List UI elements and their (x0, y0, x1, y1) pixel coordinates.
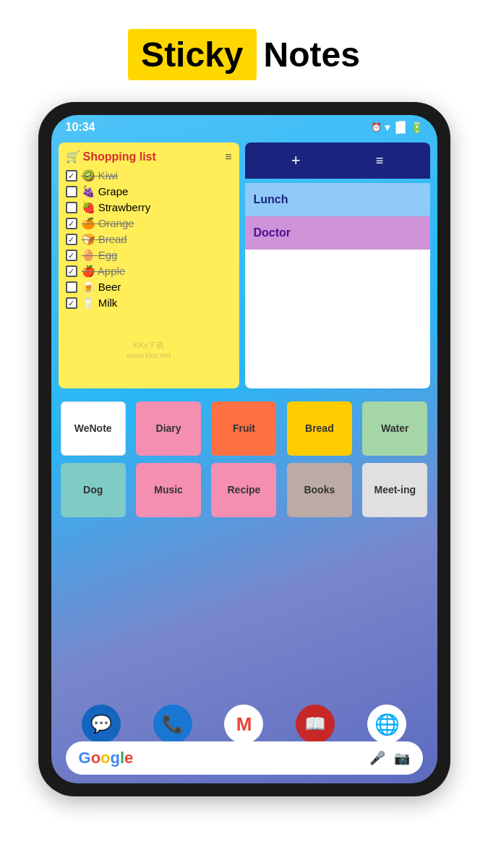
phone-screen: 10:34 ⏰ ▾ ▐▊ 🔋 🛒 Shopping list ≡ (51, 115, 437, 783)
bottom-dock: 💬 📞 M 📖 🌐 (51, 705, 437, 744)
watermark: KKx下载 www.kkx.net (127, 340, 171, 359)
dock-chrome-icon[interactable]: 🌐 (367, 705, 406, 744)
panel-notes: Lunch Doctor (245, 183, 430, 388)
battery-icon: 🔋 (411, 122, 423, 133)
dock-books-icon[interactable]: 📖 (296, 705, 335, 744)
sticky-fruit[interactable]: Fruit (211, 401, 276, 456)
notes-label: Notes (264, 35, 360, 74)
phone-frame: 10:34 ⏰ ▾ ▐▊ 🔋 🛒 Shopping list ≡ (38, 102, 450, 796)
sticky-wenote[interactable]: WeNote (61, 401, 126, 456)
list-item[interactable]: 🍊 Orange (66, 217, 232, 230)
list-item[interactable]: 🍺 Beer (66, 281, 232, 294)
checkbox-beer[interactable] (66, 281, 77, 293)
note-header: 🛒 Shopping list ≡ (66, 150, 232, 163)
checkbox-grape[interactable] (66, 186, 77, 197)
note-doctor-label: Doctor (254, 226, 291, 239)
right-panel: + ≡ Lunch Doctor (245, 142, 430, 388)
dock-phone-icon[interactable]: 📞 (153, 705, 192, 744)
sticky-recipe[interactable]: Recipe (211, 463, 276, 517)
dock-messages-icon[interactable]: 💬 (82, 705, 121, 744)
notes-label-container: Notes (264, 35, 360, 75)
list-item[interactable]: 🍇 Grape (66, 185, 232, 198)
panel-toolbar: + ≡ (245, 142, 430, 179)
note-lunch-label: Lunch (254, 193, 288, 205)
sticky-dog[interactable]: Dog (61, 463, 126, 517)
wifi-icon: ▾ (385, 122, 390, 133)
checkbox-milk[interactable] (66, 297, 77, 309)
sticky-music[interactable]: Music (136, 463, 201, 517)
dock-gmail-icon[interactable]: M (224, 705, 263, 744)
checkbox-strawberry[interactable] (66, 202, 77, 213)
sticky-meeting[interactable]: Meet-ing (362, 463, 427, 517)
lens-icon[interactable]: 📷 (394, 750, 410, 766)
phone-icon: 📞 (162, 714, 184, 734)
books-app-icon: 📖 (304, 714, 326, 734)
item-bread: 🍞 Bread (82, 233, 127, 246)
checkbox-orange[interactable] (66, 218, 77, 229)
note-lunch[interactable]: Lunch (245, 183, 430, 216)
chrome-icon: 🌐 (374, 712, 400, 736)
messages-icon: 💬 (90, 714, 112, 734)
item-strawberry: 🍓 Strawberry (82, 201, 151, 214)
clock: 10:34 (66, 121, 95, 134)
note-menu-icon[interactable]: ≡ (225, 150, 231, 163)
alarm-icon: ⏰ (371, 122, 382, 132)
status-bar: 10:34 ⏰ ▾ ▐▊ 🔋 (51, 115, 437, 137)
search-bar[interactable]: Google 🎤 📷 (66, 741, 423, 775)
item-grape: 🍇 Grape (82, 185, 129, 198)
sort-button[interactable]: ≡ (376, 153, 384, 169)
cart-icon: 🛒 (66, 150, 80, 163)
item-milk: 🥛 Milk (82, 297, 118, 310)
list-item[interactable]: 🥛 Milk (66, 297, 232, 310)
list-item[interactable]: 🥝 Kiwi (66, 169, 232, 182)
item-kiwi: 🥝 Kiwi (82, 169, 119, 182)
sticky-diary[interactable]: Diary (136, 401, 201, 456)
note-title-text: Shopping list (83, 150, 156, 163)
watermark-line2: www.kkx.net (127, 351, 171, 359)
sticky-water[interactable]: Water (362, 401, 427, 456)
notes-grid-top: WeNote Diary Fruit Bread Water (51, 394, 437, 459)
item-beer: 🍺 Beer (82, 281, 121, 294)
list-item[interactable]: 🍓 Strawberry (66, 201, 232, 214)
sticky-label: Sticky (141, 35, 243, 74)
gmail-icon: M (236, 713, 252, 736)
sticky-books[interactable]: Books (287, 463, 352, 517)
note-doctor[interactable]: Doctor (245, 216, 430, 250)
signal-icon: ▐▊ (393, 122, 408, 133)
list-item[interactable]: 🥚 Egg (66, 249, 232, 262)
main-content: 🛒 Shopping list ≡ 🥝 Kiwi 🍇 Grape (51, 137, 437, 394)
watermark-line1: KKx下载 (127, 340, 171, 351)
list-item[interactable]: 🍎 Apple (66, 265, 232, 278)
status-icons: ⏰ ▾ ▐▊ 🔋 (371, 122, 423, 133)
search-actions: 🎤 📷 (369, 750, 410, 766)
sticky-badge: Sticky (128, 29, 256, 80)
panel-empty-space (245, 250, 430, 351)
note-title: 🛒 Shopping list (66, 150, 156, 163)
checkbox-egg[interactable] (66, 250, 77, 261)
app-header: Sticky Notes (0, 0, 488, 102)
sticky-bread[interactable]: Bread (287, 401, 352, 456)
checkbox-apple[interactable] (66, 265, 77, 277)
item-egg: 🥚 Egg (82, 249, 118, 262)
checkbox-kiwi[interactable] (66, 170, 77, 182)
checkbox-bread[interactable] (66, 234, 77, 245)
item-orange: 🍊 Orange (82, 217, 134, 230)
list-item[interactable]: 🍞 Bread (66, 233, 232, 246)
notes-grid-bottom: Dog Music Recipe Books Meet-ing (51, 459, 437, 524)
item-apple: 🍎 Apple (82, 265, 126, 278)
shopping-note[interactable]: 🛒 Shopping list ≡ 🥝 Kiwi 🍇 Grape (59, 142, 239, 388)
add-button[interactable]: + (291, 151, 301, 170)
microphone-icon[interactable]: 🎤 (369, 750, 385, 766)
google-logo: Google (79, 749, 134, 767)
